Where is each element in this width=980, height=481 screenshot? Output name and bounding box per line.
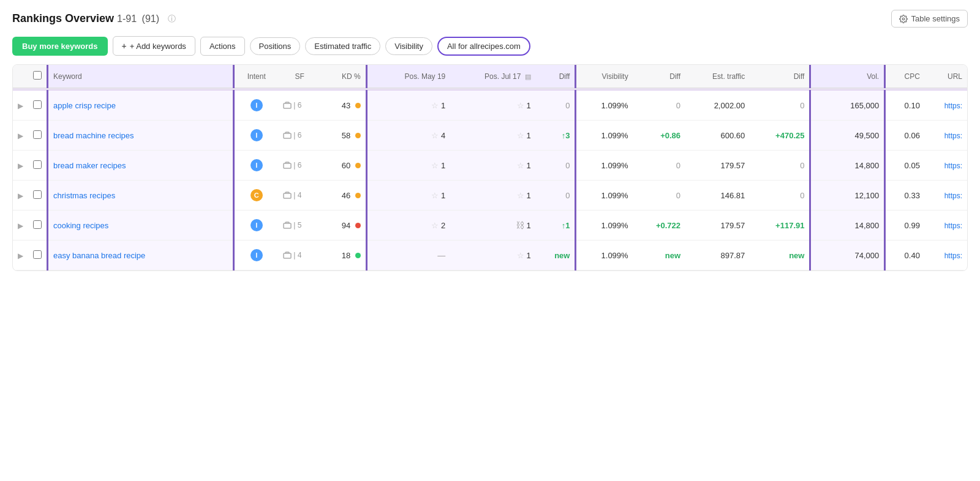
diff-traffic-value: +470.25	[775, 131, 804, 140]
expand-button[interactable]: ▶	[18, 102, 23, 110]
url-link[interactable]: https:	[944, 102, 962, 110]
cpc-cell: 0.06	[885, 121, 925, 151]
cpc-cell: 0.05	[885, 151, 925, 181]
th-cpc: CPC	[885, 65, 925, 88]
visibility-cell: 1.099%	[576, 121, 633, 151]
keyword-link[interactable]: cooking recipes	[53, 221, 108, 230]
pos-jul17-cell: ☆ 1	[450, 240, 536, 270]
keyword-cell: christmas recipes	[48, 181, 234, 211]
row-checkbox[interactable]	[33, 100, 42, 109]
sf-cell: | 5	[278, 211, 321, 240]
kd-dot	[355, 253, 361, 258]
svg-rect-3	[284, 163, 291, 168]
kd-dot	[355, 163, 361, 168]
checkbox-cell	[28, 181, 48, 211]
table-row: ▶ bread maker recipes I | 6 60 ☆ 1 ☆ 1 0…	[13, 151, 967, 181]
diff-vis-value: new	[665, 251, 680, 260]
th-kd: KD %	[321, 65, 366, 88]
diff-pos-cell: ↑1	[536, 211, 576, 240]
diff-vis-cell: 0	[633, 151, 685, 181]
star-icon: ☆	[431, 191, 439, 200]
sf-img-icon	[283, 192, 292, 199]
star-icon: ☆	[517, 161, 524, 170]
kd-cell: 94	[321, 211, 366, 240]
expand-cell: ▶	[13, 151, 28, 181]
expand-button[interactable]: ▶	[18, 192, 23, 200]
url-link[interactable]: https:	[944, 222, 962, 230]
diff-traffic-value: new	[789, 251, 804, 260]
actions-button[interactable]: Actions	[200, 37, 245, 56]
star-icon: ☆	[517, 191, 524, 200]
chain-icon: ⛓	[516, 220, 524, 230]
th-pos-jul17[interactable]: Pos. Jul 17 ▤	[450, 65, 536, 88]
diff-vis-value: 0	[676, 161, 680, 170]
row-checkbox[interactable]	[33, 160, 42, 169]
url-link[interactable]: https:	[944, 162, 962, 170]
pos-may19-cell: ☆ 1	[366, 151, 450, 181]
keyword-link[interactable]: bread machine recipes	[53, 131, 134, 140]
diff-traffic-cell: 0	[750, 181, 810, 211]
url-cell: https:	[925, 240, 967, 270]
buy-keywords-button[interactable]: Buy more keywords	[12, 37, 108, 56]
filter-positions[interactable]: Positions	[250, 37, 301, 55]
vol-cell: 14,800	[810, 151, 885, 181]
table-settings-button[interactable]: Table settings	[891, 10, 968, 28]
row-checkbox[interactable]	[33, 220, 42, 229]
add-keywords-button[interactable]: + + Add keywords	[113, 36, 195, 56]
pos-jul17-cell: ☆ 1	[450, 91, 536, 121]
row-checkbox[interactable]	[33, 250, 42, 259]
expand-button[interactable]: ▶	[18, 132, 23, 140]
diff-traffic-cell: new	[750, 240, 810, 270]
table-settings-label: Table settings	[911, 14, 960, 23]
visibility-cell: 1.099%	[576, 151, 633, 181]
expand-button[interactable]: ▶	[18, 162, 23, 170]
diff-value: 0	[565, 161, 570, 170]
pos-jul17-cell: ☆ 1	[450, 151, 536, 181]
keyword-link[interactable]: easy banana bread recipe	[53, 251, 145, 260]
est-traffic-cell: 897.87	[685, 240, 750, 270]
url-link[interactable]: https:	[944, 192, 962, 200]
th-diff-traffic: Diff	[750, 65, 810, 88]
sf-img-icon	[283, 222, 292, 229]
keyword-link[interactable]: christmas recipes	[53, 191, 115, 200]
filter-all-for[interactable]: All for allrecipes.com	[437, 37, 530, 56]
filter-estimated-traffic[interactable]: Estimated traffic	[305, 37, 380, 55]
url-cell: https:	[925, 91, 967, 121]
diff-traffic-cell: +470.25	[750, 121, 810, 151]
diff-pos-cell: 0	[536, 181, 576, 211]
sf-cell: | 4	[278, 181, 321, 211]
kd-cell: 43	[321, 91, 366, 121]
table-row: ▶ bread machine recipes I | 6 58 ☆ 4 ☆ 1…	[13, 121, 967, 151]
url-link[interactable]: https:	[944, 252, 962, 260]
filter-visibility[interactable]: Visibility	[385, 37, 432, 55]
star-icon: ☆	[431, 221, 439, 230]
keyword-link[interactable]: bread maker recipes	[53, 161, 126, 170]
keyword-cell: bread machine recipes	[48, 121, 234, 151]
expand-button[interactable]: ▶	[18, 222, 23, 230]
select-all-checkbox[interactable]	[33, 71, 42, 80]
visibility-cell: 1.099%	[576, 211, 633, 240]
diff-pos-cell: 0	[536, 151, 576, 181]
intent-cell: I	[234, 91, 278, 121]
diff-pos-cell: ↑3	[536, 121, 576, 151]
keyword-link[interactable]: apple crisp recipe	[53, 101, 116, 110]
expand-cell: ▶	[13, 91, 28, 121]
intent-cell: I	[234, 211, 278, 240]
url-link[interactable]: https:	[944, 132, 962, 140]
intent-badge: C	[251, 189, 263, 201]
info-icon[interactable]: ⓘ	[168, 13, 176, 24]
star-icon: ☆	[517, 101, 524, 110]
sf-icon: | 6	[283, 101, 316, 110]
kd-cell: 58	[321, 121, 366, 151]
expand-button[interactable]: ▶	[18, 252, 23, 260]
diff-value: ↑1	[562, 221, 570, 230]
kd-dot	[355, 133, 361, 138]
vol-cell: 14,800	[810, 211, 885, 240]
row-checkbox[interactable]	[33, 130, 42, 139]
diff-vis-cell: new	[633, 240, 685, 270]
diff-vis-cell: +0.722	[633, 211, 685, 240]
th-pos-may19: Pos. May 19	[366, 65, 450, 88]
gear-icon	[899, 15, 908, 23]
checkbox-cell	[28, 91, 48, 121]
row-checkbox[interactable]	[33, 190, 42, 199]
